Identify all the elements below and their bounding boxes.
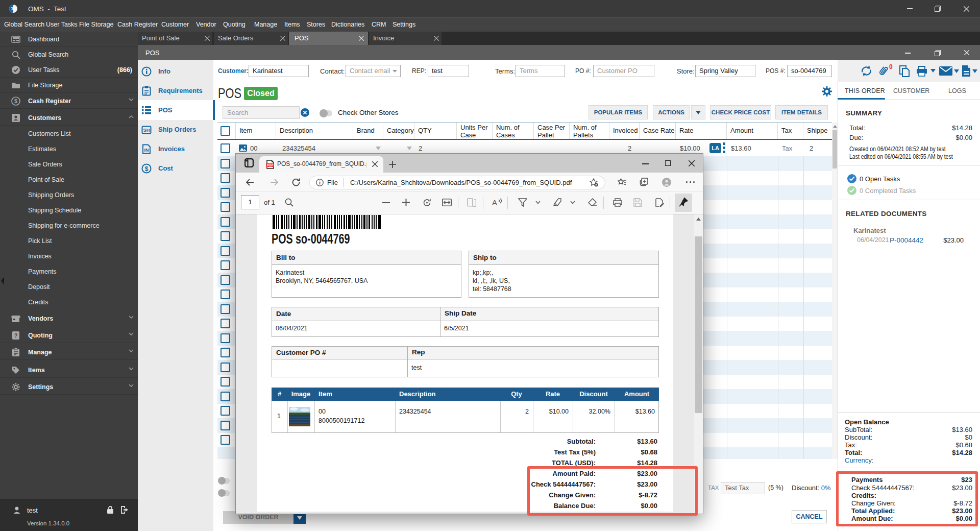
svg-text:$: $ xyxy=(14,98,17,104)
svg-text:$: $ xyxy=(145,165,149,173)
svg-text:A: A xyxy=(492,198,497,207)
svg-text:PDF: PDF xyxy=(267,163,274,167)
svg-text:?: ? xyxy=(14,332,18,339)
svg-text:IN: IN xyxy=(144,148,149,153)
svg-text:SH: SH xyxy=(143,127,150,133)
